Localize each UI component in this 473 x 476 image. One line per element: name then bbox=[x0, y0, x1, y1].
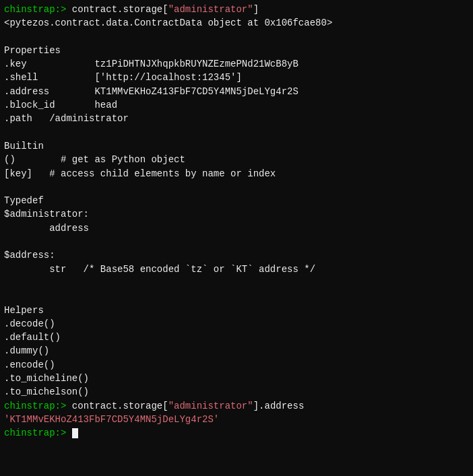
property-name: .block_id bbox=[4, 100, 94, 110]
command-text: contract.storage[ bbox=[72, 401, 168, 411]
terminal-line bbox=[4, 180, 469, 194]
property-name: .address bbox=[4, 86, 94, 97]
terminal-line: <pytezos.contract.data.ContractData obje… bbox=[4, 16, 469, 30]
property-value: tz1PiDHTNJXhqpkbRUYNZEzmePNd21WcB8yB bbox=[94, 59, 298, 69]
string-value: "administrator" bbox=[168, 401, 253, 411]
terminal-line: chinstrap:> contract.storage["administra… bbox=[4, 399, 469, 413]
terminal-line: 'KT1MMvEKHoZ413FbF7CD5Y4MN5jDeLYg4r2S' bbox=[4, 413, 469, 426]
terminal-line: address bbox=[4, 222, 469, 235]
terminal-line: .shell ['http://localhost:12345'] bbox=[4, 71, 469, 84]
prompt: chinstrap:> bbox=[4, 428, 72, 438]
terminal-line: str /* Base58 encoded `tz` or `KT` addre… bbox=[4, 263, 469, 276]
string-value: "administrator" bbox=[168, 4, 253, 15]
terminal-line: chinstrap:> bbox=[4, 426, 469, 440]
property-value: /administrator bbox=[49, 113, 129, 124]
terminal-line: .address KT1MMvEKHoZ413FbF7CD5Y4MN5jDeLY… bbox=[4, 85, 469, 98]
cursor[interactable] bbox=[72, 428, 78, 438]
terminal-line: Typedef bbox=[4, 194, 469, 207]
terminal-line: Builtin bbox=[4, 139, 469, 153]
terminal-line: .encode() bbox=[4, 358, 469, 372]
terminal-line bbox=[4, 290, 469, 303]
terminal-line: Properties bbox=[4, 44, 469, 57]
terminal-line: Helpers bbox=[4, 304, 469, 317]
terminal-line: .to_michelson() bbox=[4, 385, 469, 399]
terminal-line: () # get as Python object bbox=[4, 153, 469, 166]
terminal-line: .default() bbox=[4, 331, 469, 344]
command-text2: ].address bbox=[253, 401, 305, 411]
terminal-line: .block_id head bbox=[4, 98, 469, 112]
property-value: KT1MMvEKHoZ413FbF7CD5Y4MN5jDeLYg4r2S bbox=[94, 86, 298, 97]
terminal-line bbox=[4, 235, 469, 248]
terminal-line bbox=[4, 126, 469, 139]
terminal-line bbox=[4, 276, 469, 290]
output-value: 'KT1MMvEKHoZ413FbF7CD5Y4MN5jDeLYg4r2S' bbox=[4, 414, 219, 425]
property-name: .shell bbox=[4, 72, 94, 83]
prompt: chinstrap:> bbox=[4, 4, 72, 15]
property-name: .path bbox=[4, 113, 49, 124]
terminal-line: $administrator: bbox=[4, 207, 469, 221]
terminal-line: .key tz1PiDHTNJXhqpkbRUYNZEzmePNd21WcB8y… bbox=[4, 57, 469, 71]
command-text2: ] bbox=[253, 4, 259, 15]
terminal-line: .path /administrator bbox=[4, 112, 469, 125]
terminal: chinstrap:> contract.storage["administra… bbox=[0, 0, 473, 476]
terminal-line bbox=[4, 30, 469, 44]
property-name: .key bbox=[4, 59, 94, 69]
terminal-line: .decode() bbox=[4, 317, 469, 331]
terminal-line: chinstrap:> contract.storage["administra… bbox=[4, 3, 469, 16]
terminal-line: .dummy() bbox=[4, 344, 469, 358]
prompt: chinstrap:> bbox=[4, 401, 72, 411]
property-value: ['http://localhost:12345'] bbox=[94, 72, 241, 83]
command-text: contract.storage[ bbox=[72, 4, 168, 15]
terminal-line: $address: bbox=[4, 248, 469, 262]
terminal-line: .to_micheline() bbox=[4, 372, 469, 385]
terminal-line: [key] # access child elements by name or… bbox=[4, 167, 469, 180]
property-value: head bbox=[94, 100, 117, 110]
